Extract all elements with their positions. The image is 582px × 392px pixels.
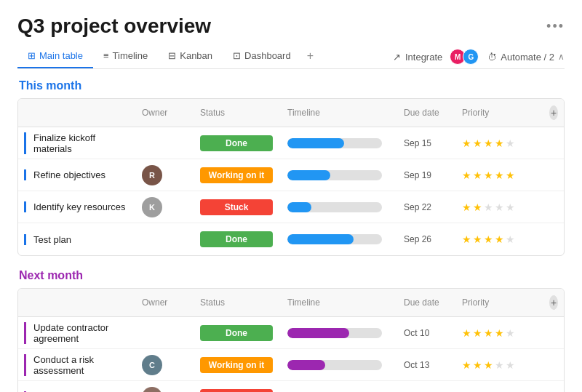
tab-main-table-label: Main table (39, 50, 83, 61)
star-3: ★ (484, 137, 493, 149)
col-owner-nm: Owner (136, 292, 194, 313)
col-status-nm: Status (194, 292, 282, 313)
status-cell[interactable]: Working on it (194, 353, 282, 377)
kanban-icon: ⊟ (168, 50, 176, 61)
add-column-next-month[interactable]: + (543, 292, 564, 313)
status-cell[interactable]: Working on it (194, 163, 282, 188)
tab-kanban-label: Kanban (180, 50, 212, 61)
add-column-this-month[interactable]: + (543, 103, 564, 123)
status-cell[interactable]: Stuck (194, 195, 282, 220)
star-5: ★ (506, 137, 515, 149)
status-badge[interactable]: Done (200, 231, 273, 247)
due-date: Sep 22 (404, 202, 431, 212)
task-name-cell: Finalize kickoff materials (18, 128, 136, 159)
table-row[interactable]: Test planDoneSep 26★★★★★ (18, 223, 564, 255)
add-col-btn[interactable]: + (549, 105, 558, 120)
main-table-icon: ⊞ (28, 50, 36, 61)
star-3: ★ (484, 201, 493, 213)
due-date: Sep 15 (404, 138, 431, 148)
integrate-icon: ↗ (393, 52, 401, 63)
tab-timeline[interactable]: ≡ Timeline (93, 46, 158, 68)
tab-kanban[interactable]: ⊟ Kanban (158, 46, 223, 68)
star-1: ★ (462, 233, 471, 245)
status-badge[interactable]: Stuck (200, 389, 273, 393)
status-cell[interactable]: Done (194, 227, 282, 252)
table-row[interactable]: Identify key resourcesKStuckSep 22★★★★★ (18, 191, 564, 223)
integrate-avatars: M G (447, 49, 479, 65)
col-status: Status (194, 103, 282, 123)
integrate-label: Integrate (405, 52, 442, 63)
owner-cell (136, 329, 194, 337)
automate-label: Automate / 2 (501, 52, 554, 63)
status-badge[interactable]: Stuck (200, 199, 273, 215)
this-month-table: Owner Status Timeline Due date Priority … (17, 98, 565, 256)
row-action-cell (543, 171, 564, 180)
status-cell[interactable]: Done (194, 321, 282, 345)
timeline-track (287, 328, 382, 338)
avatar: R (142, 165, 162, 185)
star-rating[interactable]: ★★★★★ (462, 169, 515, 181)
star-3: ★ (484, 327, 493, 339)
star-rating[interactable]: ★★★★★ (462, 327, 515, 339)
status-cell[interactable]: Done (194, 131, 282, 156)
star-2: ★ (473, 169, 482, 181)
avatar: M (142, 387, 162, 393)
add-view-button[interactable]: + (301, 45, 319, 68)
table-row[interactable]: Finalize kickoff materialsDoneSep 15★★★★… (18, 127, 564, 159)
star-5: ★ (506, 359, 515, 371)
timeline-track (287, 202, 382, 212)
priority-cell: ★★★★★ (456, 355, 543, 375)
status-badge[interactable]: Working on it (200, 167, 273, 183)
table-row[interactable]: Conduct a risk assessmentCWorking on itO… (18, 349, 564, 381)
tab-dashboard[interactable]: ⊡ Dashboard (223, 46, 301, 68)
avatar: K (142, 197, 162, 217)
next-month-rows: Update contractor agreementDoneOct 10★★★… (18, 317, 564, 392)
status-badge[interactable]: Done (200, 135, 273, 151)
timeline-cell (282, 134, 398, 153)
star-2: ★ (473, 137, 482, 149)
due-date-cell: Oct 19 (398, 388, 456, 393)
table-row[interactable]: Update contractor agreementDoneOct 10★★★… (18, 317, 564, 349)
next-month-section: Next month Owner Status Timeline Due dat… (17, 269, 565, 392)
more-options-icon[interactable]: ••• (546, 19, 565, 34)
timeline-track (287, 138, 382, 148)
row-action-cell (543, 329, 564, 337)
timeline-track (287, 360, 382, 370)
star-2: ★ (473, 359, 482, 371)
col-due-date-nm: Due date (398, 292, 456, 313)
row-action-cell (543, 203, 564, 212)
star-4: ★ (495, 359, 504, 371)
due-date-cell: Oct 13 (398, 356, 456, 375)
task-name-cell: Monitor budget (18, 387, 136, 392)
task-name-cell: Refine objectives (18, 165, 136, 185)
this-month-rows: Finalize kickoff materialsDoneSep 15★★★★… (18, 127, 564, 255)
star-5: ★ (506, 233, 515, 245)
priority-cell: ★★★★★ (456, 229, 543, 249)
due-date: Sep 19 (404, 170, 431, 180)
table-row[interactable]: Monitor budgetMStuckOct 19★★★★★ (18, 381, 564, 392)
star-rating[interactable]: ★★★★★ (462, 359, 515, 371)
add-col-btn-nm[interactable]: + (549, 295, 558, 310)
owner-cell: M (136, 383, 194, 393)
owner-cell: K (136, 193, 194, 222)
star-rating[interactable]: ★★★★★ (462, 233, 515, 245)
star-4: ★ (495, 137, 504, 149)
tabs-bar: ⊞ Main table ≡ Timeline ⊟ Kanban ⊡ Dashb… (17, 45, 565, 69)
task-name: Test plan (24, 234, 71, 245)
star-1: ★ (462, 201, 471, 213)
timeline-cell (282, 198, 398, 217)
automate-button[interactable]: ⏱ Automate / 2 ∧ (487, 52, 565, 63)
star-rating[interactable]: ★★★★★ (462, 137, 515, 149)
star-5: ★ (506, 201, 515, 213)
star-4: ★ (495, 327, 504, 339)
timeline-cell (282, 230, 398, 249)
integrate-button[interactable]: ↗ Integrate M G (393, 49, 479, 65)
table-row[interactable]: Refine objectivesRWorking on itSep 19★★★… (18, 159, 564, 191)
status-badge[interactable]: Done (200, 325, 273, 341)
status-cell[interactable]: Stuck (194, 385, 282, 393)
status-badge[interactable]: Working on it (200, 357, 273, 373)
star-rating[interactable]: ★★★★★ (462, 201, 515, 213)
tab-main-table[interactable]: ⊞ Main table (17, 46, 93, 68)
task-name-cell: Conduct a risk assessment (18, 350, 136, 380)
owner-cell: R (136, 161, 194, 190)
